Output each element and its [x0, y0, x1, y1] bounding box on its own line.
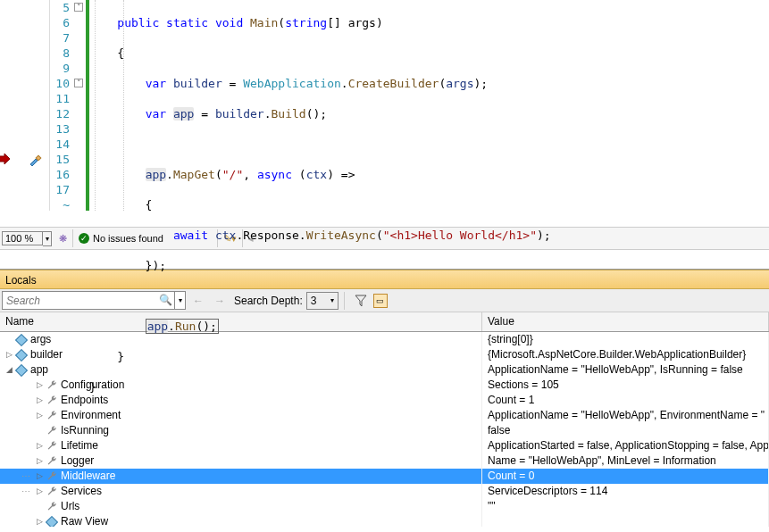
- property-icon: [45, 486, 59, 498]
- expand-toggle-icon[interactable]: ▷: [34, 469, 45, 484]
- zoom-level[interactable]: 100 %: [2, 231, 43, 245]
- row-value: Count = 0: [482, 469, 769, 484]
- row-name: Lifetime: [61, 438, 98, 453]
- row-value: false: [482, 423, 769, 438]
- table-row[interactable]: ⋯▷ServicesServiceDescriptors = 114: [0, 484, 769, 499]
- ellipsis-icon: ⋯: [18, 469, 34, 484]
- row-value: ServiceDescriptors = 114: [482, 484, 769, 499]
- expand-toggle-icon[interactable]: ▷: [34, 408, 45, 423]
- table-row[interactable]: ▷ConfigurationSections = 105: [0, 378, 769, 393]
- locals-search-box[interactable]: 🔍 ▾: [2, 291, 186, 310]
- expand-toggle-icon[interactable]: ▷: [34, 514, 45, 527]
- table-row[interactable]: args{string[0]}: [0, 332, 769, 347]
- expand-toggle-icon[interactable]: ▷: [34, 393, 45, 408]
- variable-icon: [14, 334, 29, 346]
- property-icon: [45, 379, 59, 392]
- line-numbers: 5 6 7 8 9 10 11 12 13 14 15 16 17 ~: [50, 0, 73, 211]
- variable-icon: [45, 516, 59, 528]
- fold-toggle-icon[interactable]: ˅: [74, 79, 83, 87]
- property-icon: [45, 455, 59, 468]
- row-value: ApplicationStarted = false, ApplicationS…: [482, 438, 769, 453]
- property-icon: [45, 501, 59, 513]
- row-name: Urls: [61, 499, 79, 514]
- table-row[interactable]: ▷EnvironmentApplicationName = "HelloWebA…: [0, 408, 769, 423]
- table-row[interactable]: ⋯▷MiddlewareCount = 0: [0, 469, 769, 484]
- row-name: args: [30, 332, 51, 347]
- expand-toggle-icon[interactable]: ◢: [4, 362, 14, 378]
- row-name: Raw View: [61, 514, 108, 527]
- table-row[interactable]: Urls"": [0, 499, 769, 514]
- glyph-margin: [0, 0, 50, 211]
- row-value: Name = "HelloWebApp", MinLevel = Informa…: [482, 453, 769, 469]
- variable-icon: [14, 349, 29, 362]
- expand-toggle-icon[interactable]: ▷: [34, 484, 45, 499]
- breakpoint-current-icon: [0, 154, 13, 166]
- row-value: "": [482, 499, 769, 514]
- property-icon: [45, 440, 59, 453]
- row-name: Services: [61, 484, 102, 499]
- property-icon: [45, 395, 59, 407]
- expand-toggle-icon[interactable]: ▷: [34, 453, 45, 469]
- table-row[interactable]: IsRunningfalse: [0, 423, 769, 438]
- expand-toggle-icon[interactable]: ▷: [4, 347, 14, 362]
- property-icon: [45, 470, 59, 483]
- table-row[interactable]: ▷LoggerName = "HelloWebApp", MinLevel = …: [0, 453, 769, 469]
- variable-icon: [14, 364, 29, 377]
- health-icon[interactable]: ❋: [59, 233, 67, 245]
- row-name: Middleware: [61, 469, 115, 484]
- editor-gutter: 5 6 7 8 9 10 11 12 13 14 15 16 17 ~ ˅ ˅: [0, 0, 86, 211]
- search-icon[interactable]: 🔍: [159, 294, 172, 306]
- lightbulb-icon[interactable]: [29, 154, 43, 168]
- row-value: [482, 514, 769, 527]
- fold-column: ˅ ˅: [73, 0, 86, 211]
- row-name: Endpoints: [61, 393, 108, 408]
- row-name: Environment: [61, 408, 121, 423]
- check-icon: ✓: [79, 233, 89, 244]
- table-row[interactable]: ▷LifetimeApplicationStarted = false, App…: [0, 438, 769, 453]
- table-row[interactable]: ▷builder{Microsoft.AspNetCore.Builder.We…: [0, 347, 769, 362]
- code-editor[interactable]: 0 references 5 6 7 8 9 10 11 12 13 14 15…: [0, 0, 769, 227]
- search-dropdown-icon[interactable]: ▾: [174, 292, 185, 309]
- property-icon: [45, 410, 59, 422]
- row-name: Logger: [61, 453, 94, 469]
- search-input[interactable]: [3, 292, 155, 309]
- locals-tree[interactable]: args{string[0]}▷builder{Microsoft.AspNet…: [0, 332, 769, 527]
- expand-toggle-icon[interactable]: ▷: [34, 378, 45, 393]
- zoom-dropdown-icon[interactable]: ▾: [43, 231, 52, 246]
- table-row[interactable]: ◢appApplicationName = "HelloWebApp", IsR…: [0, 362, 769, 378]
- table-row[interactable]: ▷EndpointsCount = 1: [0, 393, 769, 408]
- row-name: builder: [30, 347, 63, 362]
- row-name: IsRunning: [61, 423, 109, 438]
- fold-toggle-icon[interactable]: ˅: [74, 3, 83, 12]
- expand-toggle-icon[interactable]: ▷: [34, 438, 45, 453]
- property-icon: [45, 425, 59, 437]
- table-row[interactable]: ▷Raw View: [0, 514, 769, 527]
- row-name: Configuration: [61, 378, 124, 393]
- ellipsis-icon: ⋯: [18, 484, 34, 499]
- row-name: app: [30, 362, 48, 378]
